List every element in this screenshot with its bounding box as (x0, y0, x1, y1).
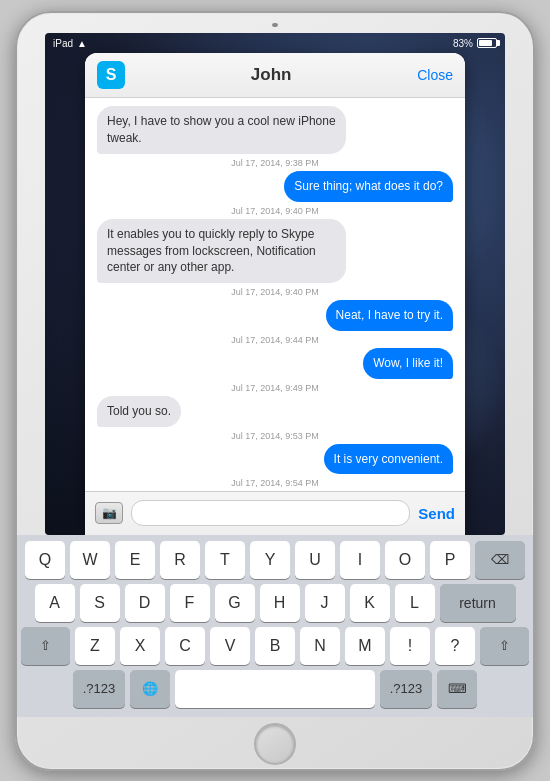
chat-header: S John Close (85, 53, 465, 98)
message-bubble-left: Hey, I have to show you a cool new iPhon… (97, 106, 346, 154)
key-j[interactable]: J (305, 584, 345, 622)
timestamp: Jul 17, 2014, 9:54 PM (97, 478, 453, 488)
key-v[interactable]: V (210, 627, 250, 665)
message-row: Hey, I have to show you a cool new iPhon… (97, 106, 453, 154)
message-row: Told you so. (97, 396, 453, 427)
status-right: 83% (453, 38, 497, 49)
timestamp: Jul 17, 2014, 9:53 PM (97, 431, 453, 441)
front-camera (272, 23, 278, 28)
key-x[interactable]: X (120, 627, 160, 665)
ipad-frame: iPad ▲ 83% S John Close (15, 11, 535, 771)
key-h[interactable]: H (260, 584, 300, 622)
timestamp: Jul 17, 2014, 9:44 PM (97, 335, 453, 345)
message-row: It is very convenient. (97, 444, 453, 475)
chat-title: John (125, 65, 417, 85)
key-o[interactable]: O (385, 541, 425, 579)
battery-fill (479, 40, 492, 46)
key-exclamation[interactable]: ! (390, 627, 430, 665)
wifi-icon: ▲ (77, 38, 87, 49)
key-p[interactable]: P (430, 541, 470, 579)
key-q[interactable]: Q (25, 541, 65, 579)
timestamp: Jul 17, 2014, 9:40 PM (97, 206, 453, 216)
key-u[interactable]: U (295, 541, 335, 579)
wallpaper: iPad ▲ 83% S John Close (45, 33, 505, 534)
keyboard-hide-key[interactable]: ⌨ (437, 670, 477, 708)
timestamp: Jul 17, 2014, 9:49 PM (97, 383, 453, 393)
emoji-key[interactable]: 🌐 (130, 670, 170, 708)
key-a[interactable]: A (35, 584, 75, 622)
timestamp: Jul 17, 2014, 9:38 PM (97, 158, 453, 168)
key-f[interactable]: F (170, 584, 210, 622)
numbers-key-right[interactable]: .?123 (380, 670, 432, 708)
message-bubble-left: Told you so. (97, 396, 181, 427)
key-n[interactable]: N (300, 627, 340, 665)
status-bar: iPad ▲ 83% (45, 33, 505, 53)
battery-indicator (477, 38, 497, 48)
key-i[interactable]: I (340, 541, 380, 579)
key-z[interactable]: Z (75, 627, 115, 665)
status-left: iPad ▲ (53, 38, 87, 49)
shift-key[interactable]: ⇧ (21, 627, 70, 665)
key-e[interactable]: E (115, 541, 155, 579)
message-bubble-right: Neat, I have to try it. (326, 300, 453, 331)
key-k[interactable]: K (350, 584, 390, 622)
message-input[interactable] (131, 500, 410, 526)
keyboard-row-2: A S D F G H J K L return (21, 584, 529, 622)
carrier-label: iPad (53, 38, 73, 49)
chat-messages[interactable]: Hey, I have to show you a cool new iPhon… (85, 98, 465, 490)
shift-key-right[interactable]: ⇧ (480, 627, 529, 665)
battery-percent: 83% (453, 38, 473, 49)
delete-key[interactable]: ⌫ (475, 541, 525, 579)
key-question[interactable]: ? (435, 627, 475, 665)
message-row: Sure thing; what does it do? (97, 171, 453, 202)
message-bubble-left: It enables you to quickly reply to Skype… (97, 219, 346, 283)
key-s[interactable]: S (80, 584, 120, 622)
screen: iPad ▲ 83% S John Close (45, 33, 505, 534)
keyboard-row-4: .?123 🌐 .?123 ⌨ (21, 670, 529, 708)
key-y[interactable]: Y (250, 541, 290, 579)
key-c[interactable]: C (165, 627, 205, 665)
key-l[interactable]: L (395, 584, 435, 622)
key-g[interactable]: G (215, 584, 255, 622)
key-t[interactable]: T (205, 541, 245, 579)
numbers-key-left[interactable]: .?123 (73, 670, 125, 708)
message-bubble-right: It is very convenient. (324, 444, 453, 475)
skype-logo: S (97, 61, 125, 89)
home-button[interactable] (254, 723, 296, 765)
key-w[interactable]: W (70, 541, 110, 579)
chat-input-bar: 📷 Send (85, 491, 465, 535)
key-r[interactable]: R (160, 541, 200, 579)
message-bubble-right: Wow, I like it! (363, 348, 453, 379)
close-button[interactable]: Close (417, 67, 453, 83)
return-key[interactable]: return (440, 584, 516, 622)
key-m[interactable]: M (345, 627, 385, 665)
timestamp: Jul 17, 2014, 9:40 PM (97, 287, 453, 297)
key-b[interactable]: B (255, 627, 295, 665)
battery-bar (477, 38, 497, 48)
message-bubble-right: Sure thing; what does it do? (284, 171, 453, 202)
keyboard: Q W E R T Y U I O P ⌫ A S D F G H J K L … (17, 535, 533, 717)
bottom-bar (17, 717, 533, 769)
keyboard-row-1: Q W E R T Y U I O P ⌫ (21, 541, 529, 579)
keyboard-row-3: ⇧ Z X C V B N M ! ? ⇧ (21, 627, 529, 665)
chat-window: S John Close Hey, I have to show you a c… (85, 53, 465, 534)
send-button[interactable]: Send (418, 505, 455, 522)
space-key[interactable] (175, 670, 375, 708)
message-row: Neat, I have to try it. (97, 300, 453, 331)
key-d[interactable]: D (125, 584, 165, 622)
camera-button[interactable]: 📷 (95, 502, 123, 524)
message-row: It enables you to quickly reply to Skype… (97, 219, 453, 283)
message-row: Wow, I like it! (97, 348, 453, 379)
